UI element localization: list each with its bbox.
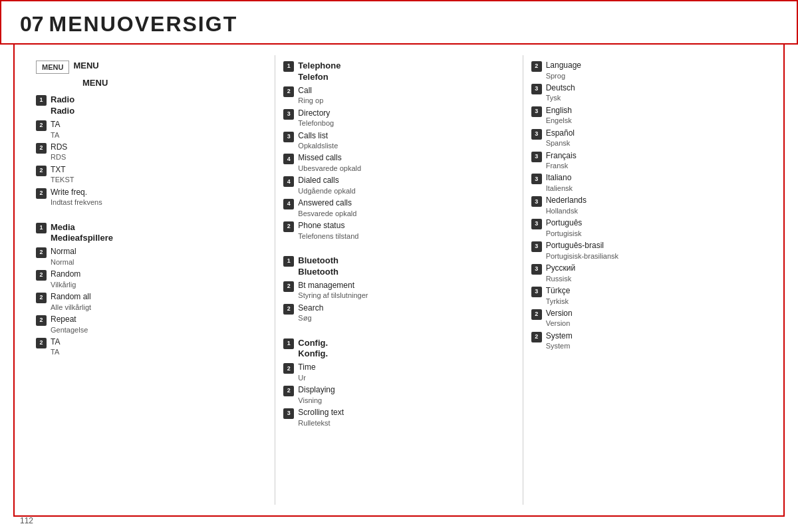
radio-group: 1 Radio Radio 2 TA TA 2 RDS RDS (36, 94, 267, 207)
column-2: 1 Telephone Telefon 2 Call Ring op 3 Dir… (275, 55, 523, 505)
column-1: MENU MENU MENU 1 Radio Radio 2 TA TA (28, 55, 275, 505)
russian-item: 3 Русский Russisk (531, 263, 762, 283)
menu-text-1: MENU (73, 61, 98, 72)
normal-item: 2 Normal Normal (36, 247, 267, 267)
turkce-item: 3 Türkçe Tyrkisk (531, 286, 762, 306)
column-3: 2 Language Sprog 3 Deutsch Tysk 3 Englis… (523, 55, 770, 505)
ta-item-1: 2 TA TA (36, 120, 267, 140)
deutsch-item: 3 Deutsch Tysk (531, 83, 762, 103)
bt-management-item: 2 Bt management Styring af tilslutninger (283, 281, 514, 301)
menu-box: MENU MENU (36, 61, 267, 75)
txt-item: 2 TXT TEKST (36, 165, 267, 185)
footer-page-number: 112 (20, 516, 33, 525)
ta-item-2: 2 TA TA (36, 337, 267, 357)
nederlands-item: 3 Nederlands Hollandsk (531, 196, 762, 215)
language-group: 2 Language Sprog 3 Deutsch Tysk 3 Englis… (531, 61, 762, 351)
call-item: 2 Call Ring op (283, 86, 514, 106)
telephone-item: 1 Telephone Telefon (283, 61, 514, 83)
answered-calls-item: 4 Answered calls Besvarede opkald (283, 198, 514, 218)
rds-item: 2 RDS RDS (36, 142, 267, 162)
random-item: 2 Random Vilkårlig (36, 269, 267, 289)
english-item: 3 English Engelsk (531, 106, 762, 126)
francais-item: 3 Français Fransk (531, 151, 762, 171)
scrolling-text-item: 3 Scrolling text Rulletekst (283, 408, 514, 428)
page-footer: 112 (20, 516, 33, 525)
menu-box-group: MENU MENU MENU (36, 61, 267, 89)
page-header: 07MENUOVERSIGT (0, 0, 798, 45)
page-number: 07 (20, 12, 44, 36)
write-freq-item: 2 Write freq. Indtast frekvens (36, 188, 267, 207)
radio-secondary: Radio (51, 106, 74, 117)
repeat-item: 2 Repeat Gentagelse (36, 315, 267, 334)
media-item: 1 Media Medieafspillere (36, 222, 267, 245)
time-item: 2 Time Ur (283, 362, 514, 382)
italiano-item: 3 Italiano Italiensk (531, 173, 762, 193)
displaying-item: 2 Displaying Visning (283, 385, 514, 405)
version-item: 2 Version Version (531, 309, 762, 329)
config-item: 1 Config. Konfig. (283, 338, 514, 360)
calls-list-item: 3 Calls list Opkaldsliste (283, 131, 514, 151)
config-group: 1 Config. Konfig. 2 Time Ur 2 Displaying… (283, 338, 514, 428)
menu-text-2: MENU (36, 78, 267, 89)
badge-1: 1 (36, 95, 47, 106)
missed-calls-item: 4 Missed calls Ubesvarede opkald (283, 153, 514, 173)
system-item: 2 System System (531, 331, 762, 351)
language-item: 2 Language Sprog (531, 61, 762, 80)
portugues-item: 3 Português Portugisisk (531, 218, 762, 238)
portugues-brasil-item: 3 Português-brasil Portugisisk-brasilian… (531, 241, 762, 261)
content-area: MENU MENU MENU 1 Radio Radio 2 TA TA (13, 45, 785, 517)
page-title: MENUOVERSIGT (49, 12, 238, 36)
bluetooth-group: 1 Bluetooth Bluetooth 2 Bt management St… (283, 255, 514, 323)
directory-item: 3 Directory Telefonbog (283, 108, 514, 128)
search-item: 2 Search Søg (283, 303, 514, 323)
bluetooth-item: 1 Bluetooth Bluetooth (283, 255, 514, 278)
random-all-item: 2 Random all Alle vilkårligt (36, 292, 267, 312)
radio-item: 1 Radio Radio (36, 94, 267, 117)
espanol-item: 3 Español Spansk (531, 128, 762, 148)
radio-primary: Radio (51, 94, 74, 106)
menu-box-label: MENU (36, 61, 69, 74)
phone-status-item: 2 Phone status Telefonens tilstand (283, 221, 514, 241)
media-group: 1 Media Medieafspillere 2 Normal Normal … (36, 222, 267, 357)
telephone-group: 1 Telephone Telefon 2 Call Ring op 3 Dir… (283, 61, 514, 241)
badge-2a: 2 (36, 120, 47, 131)
dialed-calls-item: 4 Dialed calls Udgående opkald (283, 176, 514, 196)
